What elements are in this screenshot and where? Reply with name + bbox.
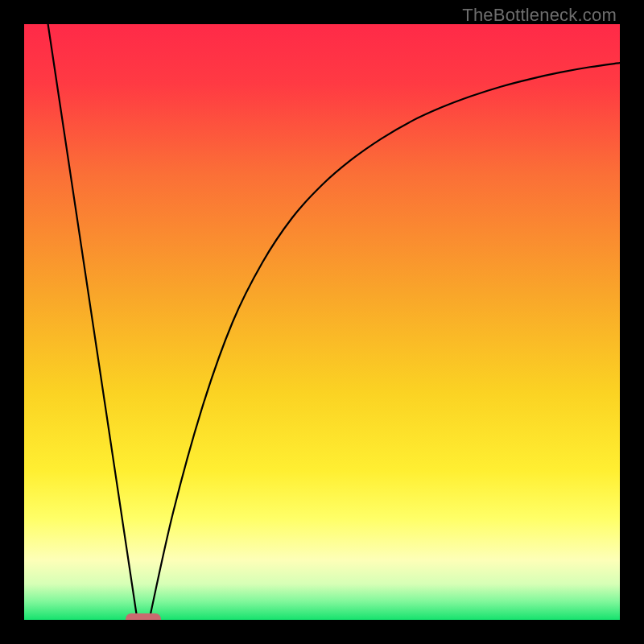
plot-area [24, 24, 620, 620]
bottleneck-curve [24, 24, 620, 620]
optimum-marker [126, 613, 161, 620]
watermark-text: TheBottleneck.com [462, 5, 617, 26]
chart-frame: TheBottleneck.com [0, 0, 644, 644]
